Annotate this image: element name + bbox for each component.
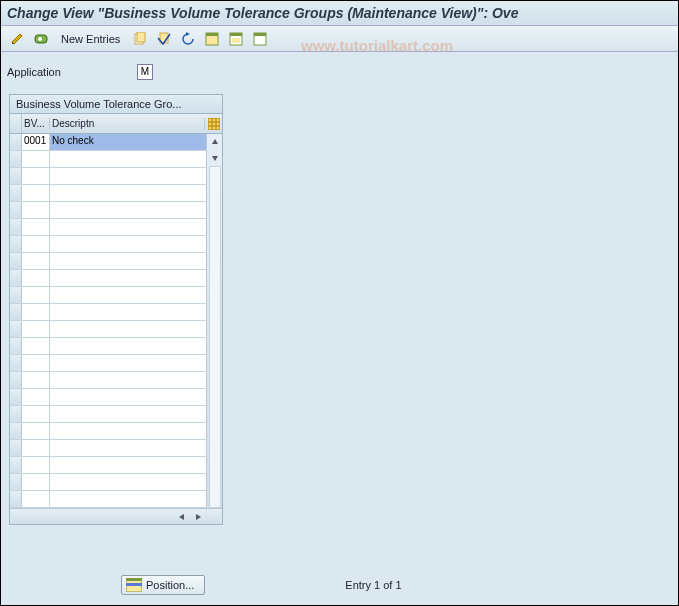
table-row[interactable] — [10, 304, 206, 321]
table-row[interactable] — [10, 474, 206, 491]
cell-description[interactable] — [50, 236, 206, 252]
cell-bv[interactable] — [22, 440, 50, 456]
cell-bv[interactable] — [22, 372, 50, 388]
cell-description[interactable] — [50, 423, 206, 439]
column-description[interactable]: Descriptn — [50, 118, 204, 129]
row-selector[interactable] — [10, 151, 22, 167]
table-row[interactable] — [10, 491, 206, 508]
cell-bv[interactable]: 0001 — [22, 134, 50, 150]
cell-description[interactable] — [50, 355, 206, 371]
row-selector[interactable] — [10, 338, 22, 354]
select-block-icon[interactable] — [226, 29, 246, 49]
copy-as-icon[interactable] — [130, 29, 150, 49]
row-selector[interactable] — [10, 236, 22, 252]
row-selector[interactable] — [10, 219, 22, 235]
cell-bv[interactable] — [22, 406, 50, 422]
cell-bv[interactable] — [22, 219, 50, 235]
table-row[interactable] — [10, 202, 206, 219]
toggle-display-change-icon[interactable] — [7, 29, 27, 49]
cell-bv[interactable] — [22, 389, 50, 405]
deselect-all-icon[interactable] — [250, 29, 270, 49]
row-selector[interactable] — [10, 185, 22, 201]
cell-bv[interactable] — [22, 253, 50, 269]
cell-description[interactable] — [50, 168, 206, 184]
cell-bv[interactable] — [22, 236, 50, 252]
cell-bv[interactable] — [22, 304, 50, 320]
cell-bv[interactable] — [22, 168, 50, 184]
table-row[interactable] — [10, 355, 206, 372]
horizontal-scrollbar[interactable] — [10, 508, 222, 524]
row-selector[interactable] — [10, 491, 22, 507]
table-settings-icon[interactable] — [204, 118, 222, 130]
table-row[interactable] — [10, 236, 206, 253]
row-selector[interactable] — [10, 304, 22, 320]
column-bv[interactable]: BV... — [22, 118, 50, 129]
undo-icon[interactable] — [178, 29, 198, 49]
table-row[interactable] — [10, 270, 206, 287]
table-row[interactable]: 0001No check — [10, 134, 206, 151]
row-selector[interactable] — [10, 474, 22, 490]
cell-bv[interactable] — [22, 151, 50, 167]
table-row[interactable] — [10, 457, 206, 474]
row-selector[interactable] — [10, 457, 22, 473]
table-row[interactable] — [10, 423, 206, 440]
cell-description[interactable]: No check — [50, 134, 206, 150]
select-all-icon[interactable] — [202, 29, 222, 49]
row-selector[interactable] — [10, 355, 22, 371]
table-row[interactable] — [10, 168, 206, 185]
application-field[interactable]: M — [137, 64, 153, 80]
cell-description[interactable] — [50, 457, 206, 473]
table-row[interactable] — [10, 151, 206, 168]
position-button[interactable]: Position... — [121, 575, 205, 595]
scrollbar-track[interactable] — [209, 166, 221, 508]
other-view-icon[interactable] — [31, 29, 51, 49]
table-row[interactable] — [10, 253, 206, 270]
cell-description[interactable] — [50, 151, 206, 167]
cell-bv[interactable] — [22, 423, 50, 439]
cell-description[interactable] — [50, 270, 206, 286]
row-selector[interactable] — [10, 270, 22, 286]
cell-description[interactable] — [50, 219, 206, 235]
cell-bv[interactable] — [22, 355, 50, 371]
table-row[interactable] — [10, 372, 206, 389]
cell-bv[interactable] — [22, 491, 50, 507]
cell-bv[interactable] — [22, 457, 50, 473]
cell-description[interactable] — [50, 287, 206, 303]
table-row[interactable] — [10, 406, 206, 423]
vertical-scrollbar[interactable] — [206, 134, 222, 508]
cell-description[interactable] — [50, 185, 206, 201]
cell-description[interactable] — [50, 372, 206, 388]
cell-description[interactable] — [50, 202, 206, 218]
table-row[interactable] — [10, 440, 206, 457]
cell-bv[interactable] — [22, 474, 50, 490]
cell-description[interactable] — [50, 389, 206, 405]
table-row[interactable] — [10, 321, 206, 338]
row-selector[interactable] — [10, 168, 22, 184]
cell-description[interactable] — [50, 338, 206, 354]
row-selector[interactable] — [10, 287, 22, 303]
cell-bv[interactable] — [22, 321, 50, 337]
row-selector[interactable] — [10, 389, 22, 405]
cell-description[interactable] — [50, 253, 206, 269]
table-row[interactable] — [10, 219, 206, 236]
scroll-left-icon[interactable] — [175, 510, 189, 524]
table-row[interactable] — [10, 287, 206, 304]
cell-description[interactable] — [50, 321, 206, 337]
cell-bv[interactable] — [22, 270, 50, 286]
row-selector[interactable] — [10, 134, 22, 150]
scroll-down-icon[interactable] — [208, 151, 222, 165]
scroll-right-icon[interactable] — [191, 510, 205, 524]
cell-bv[interactable] — [22, 338, 50, 354]
row-selector[interactable] — [10, 440, 22, 456]
cell-description[interactable] — [50, 304, 206, 320]
delete-icon[interactable] — [154, 29, 174, 49]
row-selector[interactable] — [10, 321, 22, 337]
row-selector[interactable] — [10, 423, 22, 439]
cell-bv[interactable] — [22, 287, 50, 303]
cell-description[interactable] — [50, 440, 206, 456]
cell-description[interactable] — [50, 491, 206, 507]
row-selector[interactable] — [10, 372, 22, 388]
row-selector-header[interactable] — [10, 114, 22, 133]
cell-bv[interactable] — [22, 202, 50, 218]
table-row[interactable] — [10, 185, 206, 202]
